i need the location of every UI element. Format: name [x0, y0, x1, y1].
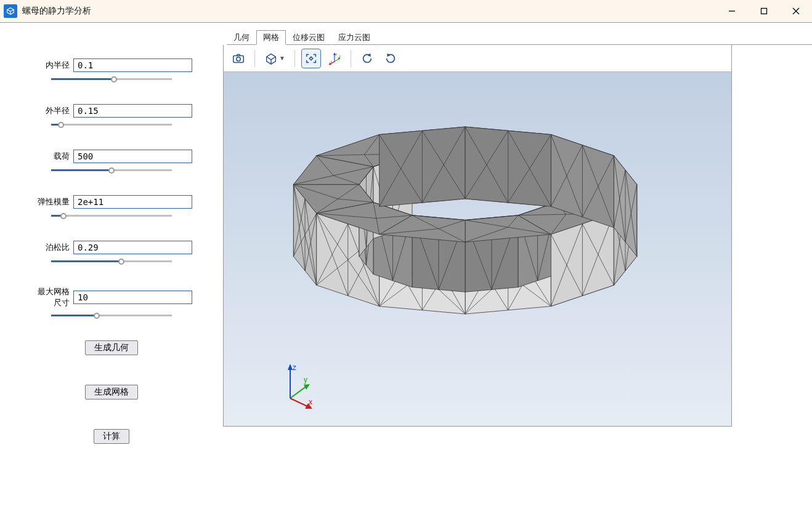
param-slider-poisson[interactable]: [51, 258, 172, 264]
param-label: 载荷: [31, 151, 73, 162]
svg-text:z: z: [335, 52, 337, 55]
viewer-area: 几何网格位移云图应力云图 ▼: [223, 23, 812, 506]
svg-line-251: [290, 398, 309, 407]
compute-button[interactable]: 计算: [94, 429, 129, 444]
param-input-inner_radius[interactable]: [73, 58, 192, 72]
viewport-3d[interactable]: z y x: [224, 72, 731, 426]
window-minimize-button[interactable]: [716, 0, 748, 22]
separator: [294, 50, 295, 67]
rotate-cw-icon[interactable]: [381, 49, 400, 68]
window-maximize-button[interactable]: [748, 0, 780, 22]
param-slider-outer_radius[interactable]: [51, 121, 172, 127]
param-label: 弹性模量: [31, 196, 73, 207]
param-input-elastic_mod[interactable]: [73, 195, 192, 209]
param-slider-inner_radius[interactable]: [51, 76, 172, 82]
rotate-ccw-icon[interactable]: [357, 49, 377, 68]
param-input-mesh_size[interactable]: [73, 291, 192, 304]
param-input-outer_radius[interactable]: [73, 104, 192, 118]
separator: [254, 50, 255, 67]
param-elastic_mod: 弹性模量: [31, 195, 192, 220]
screenshot-icon[interactable]: [229, 49, 248, 68]
svg-marker-248: [288, 364, 293, 370]
tab-1[interactable]: 网格: [256, 30, 286, 45]
title-bar: 螺母的静力学分析: [0, 0, 812, 22]
param-input-poisson[interactable]: [73, 241, 192, 254]
param-slider-load[interactable]: [51, 167, 172, 173]
svg-rect-0: [761, 9, 767, 14]
app-icon: [4, 4, 17, 18]
fit-view-icon[interactable]: [301, 49, 321, 68]
svg-text:x: x: [330, 59, 332, 63]
param-mesh_size: 最大网格尺寸: [31, 286, 192, 319]
tab-2[interactable]: 位移云图: [286, 30, 331, 45]
axis-y-label: y: [304, 375, 307, 384]
window-close-button[interactable]: [780, 0, 812, 22]
axis-x-label: x: [309, 398, 312, 406]
chevron-down-icon: ▼: [279, 55, 285, 62]
axis-toggle-icon[interactable]: z y x: [325, 49, 344, 68]
param-poisson: 泊松比: [31, 241, 192, 265]
svg-marker-12: [367, 53, 371, 57]
param-slider-elastic_mod[interactable]: [51, 212, 172, 219]
tab-0[interactable]: 几何: [227, 30, 256, 45]
view-cube-icon[interactable]: ▼: [261, 49, 288, 68]
param-slider-mesh_size[interactable]: [51, 312, 172, 318]
svg-point-2: [237, 57, 240, 60]
param-label: 泊松比: [31, 242, 73, 253]
param-outer_radius: 外半径: [31, 104, 192, 129]
param-load: 载荷: [31, 150, 192, 174]
param-inner_radius: 内半径: [31, 58, 192, 83]
param-label: 最大网格尺寸: [31, 286, 73, 308]
viewer-toolbar: ▼ z y x: [224, 45, 731, 72]
window-title: 螺母的静力学分析: [22, 6, 91, 17]
svg-marker-13: [387, 53, 391, 57]
param-label: 外半径: [31, 105, 73, 116]
viewer-panel: ▼ z y x: [223, 45, 732, 427]
window-controls: [716, 0, 812, 22]
tab-3[interactable]: 应力云图: [331, 30, 377, 45]
svg-line-249: [290, 386, 307, 398]
generate-mesh-button[interactable]: 生成网格: [85, 385, 138, 400]
param-label: 内半径: [31, 60, 73, 71]
tab-strip: 几何网格位移云图应力云图: [223, 30, 812, 45]
separator: [351, 50, 351, 67]
param-input-load[interactable]: [73, 150, 192, 163]
axis-z-label: z: [293, 363, 296, 372]
axis-gizmo: z y x: [273, 361, 316, 412]
generate-geometry-button[interactable]: 生成几何: [85, 340, 138, 355]
sidebar: 内半径 外半径 载荷: [0, 23, 223, 506]
svg-text:y: y: [339, 54, 341, 57]
